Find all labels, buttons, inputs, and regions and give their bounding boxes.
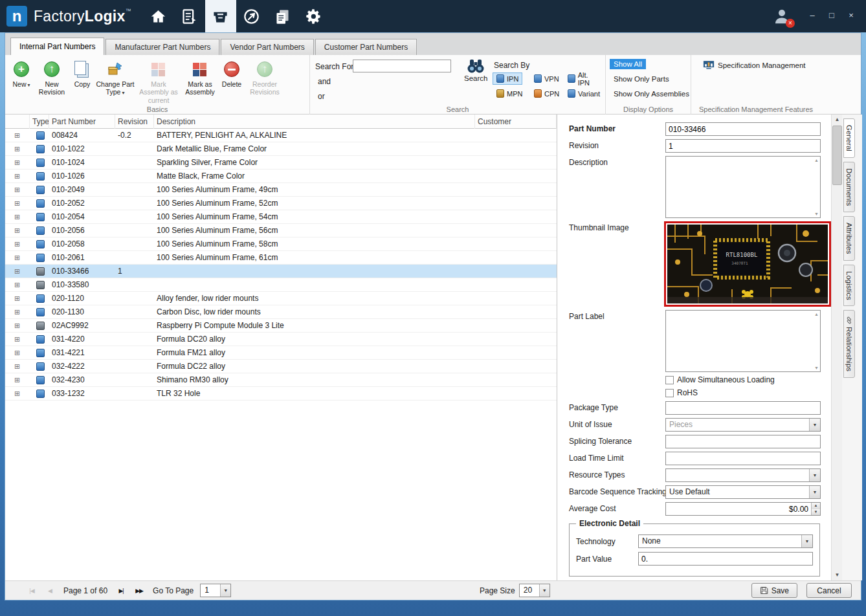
- search-by-variant-option[interactable]: Variant: [564, 87, 604, 100]
- table-row[interactable]: ⊞033-1232TLR 32 Hole: [5, 387, 557, 401]
- close-button[interactable]: ×: [843, 9, 860, 23]
- search-by-alt-ipn-option[interactable]: Alt. IPN: [564, 72, 605, 85]
- next-page-button[interactable]: ▶|: [114, 584, 128, 597]
- spin-down-icon[interactable]: ▼: [811, 509, 820, 516]
- thumbnail-image[interactable]: RTL8100BL 34078T1: [664, 221, 831, 307]
- combo-arrow-icon[interactable]: ▼: [801, 535, 812, 547]
- grid-header-description[interactable]: Description: [154, 115, 475, 129]
- grid-header-revision[interactable]: Revision: [115, 115, 154, 129]
- table-row[interactable]: ⊞020-1130Carbon Disc, low rider mounts: [5, 305, 557, 319]
- specification-management-button[interactable]: Specification Management: [703, 60, 806, 70]
- table-row[interactable]: ⊞010-2061100 Series Aluminum Frame, 61cm: [5, 251, 557, 265]
- expand-icon[interactable]: ⊞: [14, 322, 20, 329]
- cancel-button[interactable]: Cancel: [806, 583, 852, 598]
- combo-arrow-icon[interactable]: ▼: [220, 584, 230, 597]
- delete-button[interactable]: Delete: [219, 58, 245, 88]
- average-cost-input[interactable]: [665, 502, 821, 516]
- part-value-input[interactable]: [638, 552, 813, 566]
- expand-icon[interactable]: ⊞: [14, 226, 20, 234]
- show-only-parts-option[interactable]: Show Only Parts: [610, 74, 673, 84]
- last-page-button[interactable]: ▶▶: [132, 584, 146, 597]
- table-row-selected[interactable]: ⊞010-334661: [5, 265, 557, 278]
- expand-icon[interactable]: ⊞: [14, 267, 20, 275]
- combo-arrow-icon[interactable]: ▼: [809, 486, 820, 498]
- table-row[interactable]: ⊞010-1026Matte Black, Frame Color: [5, 170, 557, 183]
- search-by-mpn-option[interactable]: MPN: [493, 87, 526, 100]
- scroll-up-icon[interactable]: ▲: [814, 312, 819, 316]
- combo-arrow-icon[interactable]: ▼: [809, 469, 820, 481]
- grid-header-type[interactable]: Type: [30, 115, 49, 129]
- nav-production-button[interactable]: [174, 0, 205, 32]
- tab-internal-part-numbers[interactable]: Internal Part Numbers: [10, 38, 104, 55]
- combo-arrow-icon[interactable]: ▼: [809, 419, 820, 431]
- copy-button[interactable]: Copy: [70, 58, 94, 88]
- tab-attributes[interactable]: Attributes: [843, 216, 855, 261]
- tab-vendor-part-numbers[interactable]: Vendor Part Numbers: [221, 39, 313, 55]
- revision-input[interactable]: [665, 139, 821, 153]
- tab-general[interactable]: General: [843, 118, 855, 158]
- average-cost-spinner[interactable]: ▲ ▼: [665, 502, 821, 516]
- table-row[interactable]: ⊞010-2058100 Series Aluminum Frame, 58cm: [5, 237, 557, 251]
- table-row[interactable]: ⊞032-4222Formula DC22 alloy: [5, 360, 557, 373]
- barcode-sequence-tracking-combobox[interactable]: Use Default ▼: [665, 485, 821, 499]
- expand-icon[interactable]: ⊞: [14, 159, 20, 166]
- table-row[interactable]: ⊞010-2054100 Series Aluminum Frame, 54cm: [5, 210, 557, 224]
- combo-arrow-icon[interactable]: ▼: [539, 584, 550, 597]
- scrollbar-down-button[interactable]: ▼: [832, 570, 843, 580]
- new-button[interactable]: + New▾: [9, 58, 34, 88]
- nav-home-button[interactable]: [143, 0, 174, 32]
- search-by-vpn-option[interactable]: VPN: [530, 72, 563, 85]
- expand-icon[interactable]: ⊞: [14, 254, 20, 261]
- expand-icon[interactable]: ⊞: [14, 390, 20, 397]
- table-row[interactable]: ⊞020-1120Alloy fender, low rider mounts: [5, 292, 557, 305]
- page-size-combobox[interactable]: 20 ▼: [519, 584, 550, 597]
- expand-icon[interactable]: ⊞: [14, 335, 20, 343]
- table-row[interactable]: ⊞031-4221Formula FM21 alloy: [5, 346, 557, 360]
- resource-types-combobox[interactable]: ▼: [665, 468, 821, 482]
- grid-header-customer[interactable]: Customer: [475, 115, 557, 129]
- change-part-type-button[interactable]: Change Part Type▾: [96, 58, 135, 96]
- maximize-button[interactable]: □: [823, 9, 840, 23]
- package-type-input[interactable]: [665, 401, 821, 415]
- scrollbar-up-button[interactable]: ▲: [832, 115, 843, 125]
- table-row[interactable]: ⊞031-4220Formula DC20 alloy: [5, 333, 557, 346]
- new-revision-button[interactable]: ↑ New Revision: [35, 58, 69, 96]
- tab-customer-part-numbers[interactable]: Customer Part Numbers: [315, 39, 417, 55]
- scroll-up-icon[interactable]: ▲: [814, 158, 819, 162]
- scroll-down-icon[interactable]: ▼: [814, 212, 819, 216]
- grid-header-part-number[interactable]: Part Number: [49, 115, 115, 129]
- user-menu-button[interactable]: ×: [769, 3, 795, 29]
- expand-icon[interactable]: ⊞: [14, 145, 20, 153]
- part-label-textarea[interactable]: ▲ ▼: [665, 310, 821, 372]
- load-time-limit-input[interactable]: [665, 452, 821, 465]
- description-textarea[interactable]: ▲ ▼: [665, 156, 821, 218]
- expand-icon[interactable]: ⊞: [14, 294, 20, 302]
- expand-icon[interactable]: ⊞: [14, 362, 20, 370]
- expand-icon[interactable]: ⊞: [14, 199, 20, 207]
- table-row[interactable]: ⊞010-2052100 Series Aluminum Frame, 52cm: [5, 197, 557, 210]
- scrollbar-thumb[interactable]: [832, 126, 842, 185]
- show-all-option[interactable]: Show All: [610, 59, 646, 69]
- part-number-input[interactable]: [665, 122, 821, 136]
- tab-manufacturer-part-numbers[interactable]: Manufacturer Part Numbers: [105, 39, 219, 55]
- expand-icon[interactable]: ⊞: [14, 308, 20, 316]
- nav-parts-button[interactable]: [205, 0, 236, 32]
- mark-as-assembly-button[interactable]: Mark as Assembly: [183, 58, 217, 96]
- expand-icon[interactable]: ⊞: [14, 281, 20, 289]
- tab-relationships[interactable]: Relationships: [843, 310, 855, 378]
- new-dropdown-caret[interactable]: ▾: [28, 82, 30, 88]
- expand-icon[interactable]: ⊞: [14, 186, 20, 193]
- rohs-checkbox[interactable]: [665, 389, 674, 397]
- table-row[interactable]: ⊞010-1022Dark Metallic Blue, Frame Color: [5, 142, 557, 156]
- table-row[interactable]: ⊞008424-0.2BATTERY, PENLIGHT AA, ALKALIN…: [5, 129, 557, 142]
- search-by-ipn-option[interactable]: IPN: [493, 72, 522, 85]
- nav-settings-button[interactable]: [298, 0, 329, 32]
- search-for-input[interactable]: [353, 60, 451, 72]
- table-row[interactable]: ⊞032-4230Shimano RM30 alloy: [5, 373, 557, 387]
- change-part-type-caret[interactable]: ▾: [122, 90, 124, 96]
- scroll-down-icon[interactable]: ▼: [814, 366, 819, 370]
- detail-scrollbar[interactable]: ▲ ▼: [831, 115, 842, 580]
- tab-logistics[interactable]: Logistics: [843, 265, 855, 307]
- spin-up-icon[interactable]: ▲: [811, 503, 820, 509]
- splicing-tolerance-input[interactable]: [665, 435, 821, 448]
